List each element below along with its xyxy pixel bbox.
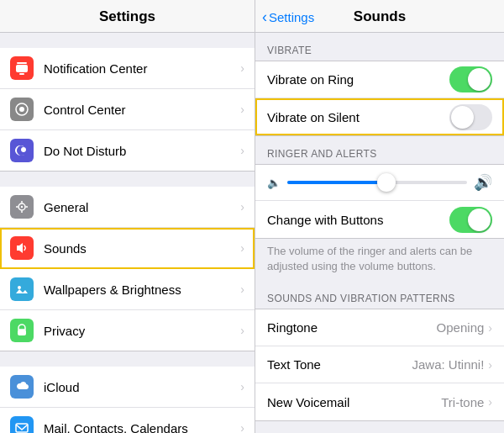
sidebar-item-mail-contacts-calendars[interactable]: Mail, Contacts, Calendars ›: [0, 408, 255, 433]
right-content: VIBRATE Vibrate on Ring Vibrate on Silen…: [255, 33, 504, 433]
sounds-label: Sounds: [44, 241, 237, 256]
back-label: Settings: [269, 10, 314, 24]
back-button[interactable]: ‹ Settings: [262, 8, 314, 26]
ringtone-value: Opening: [437, 320, 485, 335]
mail-contacts-calendars-label: Mail, Contacts, Calendars: [44, 421, 237, 434]
sidebar-item-notification-center[interactable]: Notification Center ›: [0, 48, 255, 89]
vibrate-section-group: Vibrate on Ring Vibrate on Silent: [255, 61, 504, 136]
vibrate-on-ring-item[interactable]: Vibrate on Ring: [255, 61, 504, 98]
svg-point-6: [21, 206, 23, 208]
vibrate-on-silent-label: Vibrate on Silent: [267, 110, 449, 124]
sounds-patterns-header: SOUNDS AND VIBRATION PATTERNS: [255, 281, 504, 309]
change-with-buttons-label: Change with Buttons: [267, 213, 449, 227]
general-chevron: ›: [240, 200, 244, 214]
sidebar-item-icloud[interactable]: iCloud ›: [0, 367, 255, 408]
vibrate-on-silent-thumb: [451, 106, 474, 129]
new-voicemail-value: Tri-tone: [441, 395, 484, 409]
ringtone-label: Ringtone: [267, 320, 437, 335]
control-center-chevron: ›: [240, 103, 244, 116]
text-tone-item[interactable]: Text Tone Jawa: Utinni! ›: [255, 346, 504, 383]
svg-rect-13: [18, 330, 26, 335]
ringer-slider-item[interactable]: 🔈 🔊: [255, 165, 504, 201]
text-tone-chevron: ›: [488, 358, 492, 372]
do-not-disturb-icon: [10, 139, 34, 162]
privacy-icon: [10, 319, 34, 342]
mail-icon: [10, 416, 34, 433]
change-with-buttons-item[interactable]: Change with Buttons: [255, 201, 504, 238]
svg-rect-2: [19, 73, 24, 75]
settings-list: Notification Center › Control Center › D…: [0, 33, 255, 433]
mail-contacts-calendars-chevron: ›: [240, 421, 244, 433]
icloud-icon: [10, 375, 34, 399]
sounds-icon: [10, 236, 34, 260]
notification-center-label: Notification Center: [44, 61, 237, 76]
new-voicemail-item[interactable]: New Voicemail Tri-tone ›: [255, 383, 504, 420]
privacy-label: Privacy: [44, 324, 237, 338]
notification-center-chevron: ›: [240, 61, 244, 75]
general-icon: [10, 195, 34, 219]
sidebar-item-privacy[interactable]: Privacy ›: [0, 310, 255, 351]
volume-low-icon: 🔈: [267, 177, 281, 189]
sidebar-item-control-center[interactable]: Control Center ›: [0, 89, 255, 130]
sounds-patterns-group: Ringtone Opening › Text Tone Jawa: Utinn…: [255, 309, 504, 421]
settings-group-2: General › Sounds › Wallpapers & Brightne…: [0, 187, 255, 351]
change-with-buttons-toggle[interactable]: [449, 207, 492, 233]
wallpapers-brightness-chevron: ›: [240, 283, 244, 296]
svg-rect-14: [16, 424, 28, 432]
new-voicemail-chevron: ›: [488, 395, 492, 409]
vibrate-on-silent-item[interactable]: Vibrate on Silent: [255, 98, 504, 135]
do-not-disturb-label: Do Not Disturb: [44, 144, 237, 158]
icloud-label: iCloud: [44, 380, 237, 394]
wallpapers-brightness-label: Wallpapers & Brightness: [44, 283, 237, 297]
general-label: General: [44, 200, 237, 214]
vibrate-on-ring-label: Vibrate on Ring: [267, 72, 449, 87]
sidebar-item-wallpapers-brightness[interactable]: Wallpapers & Brightness ›: [0, 269, 255, 310]
settings-group-3: iCloud › Mail, Contacts, Calendars › Not…: [0, 367, 255, 433]
vibrate-on-ring-thumb: [468, 68, 491, 91]
control-center-label: Control Center: [44, 103, 237, 117]
vibrate-on-silent-toggle[interactable]: [449, 104, 492, 130]
settings-group-1: Notification Center › Control Center › D…: [0, 48, 255, 172]
sounds-chevron: ›: [240, 241, 244, 255]
wallpaper-icon: [10, 277, 34, 301]
ringer-section-group: 🔈 🔊 Change with Buttons: [255, 164, 504, 239]
icloud-chevron: ›: [240, 380, 244, 393]
left-panel: Settings Notification Center › Control C…: [0, 0, 255, 433]
left-title: Settings: [99, 8, 155, 24]
do-not-disturb-chevron: ›: [240, 144, 244, 157]
svg-rect-0: [17, 62, 27, 64]
text-tone-label: Text Tone: [267, 357, 412, 372]
ringer-slider-fill: [287, 181, 386, 184]
svg-point-4: [19, 107, 24, 112]
text-tone-value: Jawa: Utinni!: [412, 357, 484, 372]
change-with-buttons-thumb: [468, 209, 491, 231]
svg-marker-11: [17, 243, 23, 253]
right-header: ‹ Settings Sounds: [255, 0, 504, 33]
ringer-section-header: RINGER AND ALERTS: [255, 136, 504, 164]
new-voicemail-label: New Voicemail: [267, 395, 441, 409]
ringer-slider-track[interactable]: [287, 181, 467, 184]
right-panel: ‹ Settings Sounds VIBRATE Vibrate on Rin…: [255, 0, 504, 433]
left-header: Settings: [0, 0, 255, 33]
svg-point-12: [18, 286, 21, 289]
back-chevron-icon: ‹: [262, 8, 267, 26]
right-title: Sounds: [354, 8, 406, 25]
notification-center-icon: [10, 56, 34, 80]
ringtone-chevron: ›: [488, 321, 492, 335]
privacy-chevron: ›: [240, 324, 244, 337]
svg-rect-1: [16, 65, 28, 72]
ringer-slider-thumb[interactable]: [377, 173, 396, 192]
sidebar-item-do-not-disturb[interactable]: Do Not Disturb ›: [0, 130, 255, 171]
vibrate-on-ring-toggle[interactable]: [449, 66, 492, 92]
volume-high-icon: 🔊: [474, 173, 492, 192]
sidebar-item-general[interactable]: General ›: [0, 187, 255, 228]
vibrate-section-header: VIBRATE: [255, 33, 504, 61]
sidebar-item-sounds[interactable]: Sounds ›: [0, 228, 255, 269]
ringer-note: The volume of the ringer and alerts can …: [255, 239, 504, 281]
ringtone-item[interactable]: Ringtone Opening ›: [255, 309, 504, 346]
control-center-icon: [10, 98, 34, 121]
